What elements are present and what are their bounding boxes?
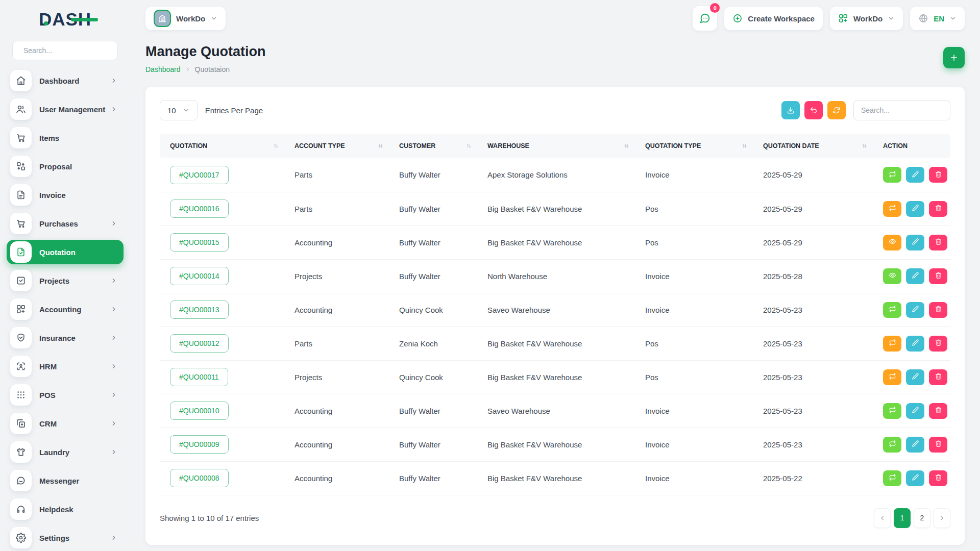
pagination-page-2[interactable]: 2 [914,508,930,528]
edit-action-button[interactable] [906,302,924,318]
column-header-account-type[interactable]: ACCOUNT TYPE [284,134,389,158]
sidebar-item-insurance[interactable]: Insurance [7,325,124,350]
convert-action-button[interactable] [883,201,901,217]
delete-action-button[interactable] [929,302,947,318]
warehouse-cell: Big Basket F&V Warehouse [477,327,635,360]
sidebar-item-projects[interactable]: Projects [7,268,124,293]
column-header-customer[interactable]: CUSTOMER [389,134,477,158]
delete-action-button[interactable] [929,201,947,217]
edit-action-button[interactable] [906,369,924,385]
pagination-next-button[interactable] [934,508,950,528]
entries-per-page-select[interactable]: 10 [160,100,198,120]
delete-action-button[interactable] [929,167,947,183]
app-switcher-button[interactable]: WorkDo [830,7,903,30]
column-header-quotation-type[interactable]: QUOTATION TYPE [635,134,753,158]
add-quotation-button[interactable] [943,47,965,68]
delete-action-button[interactable] [929,403,947,419]
create-workspace-button[interactable]: Create Workspace [724,7,823,30]
delete-action-button[interactable] [929,437,947,453]
quotation-number-pill[interactable]: #QUO00016 [170,199,229,218]
column-header-warehouse[interactable]: WAREHOUSE [477,134,635,158]
undo-button[interactable] [804,101,823,119]
sidebar-icon-tile [10,241,32,263]
convert-action-button[interactable] [883,167,901,183]
edit-action-button[interactable] [906,235,924,251]
convert-action-button[interactable] [883,336,901,352]
sort-icon[interactable] [861,143,868,149]
quotation-number-pill[interactable]: #QUO00013 [170,300,229,319]
quotation-number-pill[interactable]: #QUO00011 [170,368,228,386]
language-code: EN [934,14,944,23]
delete-action-button[interactable] [929,268,947,284]
export-button[interactable] [781,101,800,119]
sidebar-item-label: User Management [39,105,105,114]
edit-action-button[interactable] [906,268,924,284]
quotation-number-pill[interactable]: #QUO00010 [170,402,229,420]
sidebar-item-invoice[interactable]: Invoice [7,183,124,207]
workspace-selector[interactable]: WorkDo [145,7,226,30]
delete-action-button[interactable] [929,336,947,352]
topbar: WorkDo 0 Create Workspace WorkDo [145,0,965,31]
column-header-quotation[interactable]: QUOTATION [160,134,284,158]
quotation-number-pill[interactable]: #QUO00009 [170,435,229,454]
edit-action-button[interactable] [906,336,924,352]
sidebar-item-dashboard[interactable]: Dashboard [7,68,124,93]
quotation-number-pill[interactable]: #QUO00008 [170,469,229,487]
sort-icon[interactable] [377,143,384,149]
edit-action-button[interactable] [906,470,924,486]
sidebar-item-purchases[interactable]: Purchases [7,211,124,236]
convert-action-button[interactable] [883,403,901,419]
sidebar-item-proposal[interactable]: Proposal [7,154,124,179]
sidebar-search-input[interactable] [23,46,111,55]
quotation-table-card: 10 Entries Per Page [145,87,965,545]
sort-icon[interactable] [741,143,748,149]
sidebar-item-label: Proposal [39,162,72,171]
sidebar-item-items[interactable]: Items [7,126,124,150]
view-action-button[interactable] [883,268,901,284]
delete-action-button[interactable] [929,369,947,385]
quotation-number-pill[interactable]: #QUO00017 [170,166,229,184]
convert-action-button[interactable] [883,470,901,486]
sort-icon[interactable] [465,143,472,149]
language-selector[interactable]: EN [910,7,965,30]
convert-action-button[interactable] [883,437,901,453]
edit-action-button[interactable] [906,201,924,217]
edit-action-button[interactable] [906,167,924,183]
check-square-icon [16,276,26,286]
quotation-number-pill[interactable]: #QUO00012 [170,334,229,353]
warehouse-cell: Big Basket F&V Warehouse [477,192,635,226]
edit-action-button[interactable] [906,437,924,453]
table-search-input[interactable] [853,100,950,120]
table-row: #QUO00011 Projects Quincy Cook Big Baske… [160,360,950,394]
breadcrumb-dashboard-link[interactable]: Dashboard [145,65,181,73]
pencil-icon [912,406,919,415]
sidebar-item-settings[interactable]: Settings [7,525,124,550]
edit-action-button[interactable] [906,403,924,419]
sidebar-item-crm[interactable]: CRM [7,411,124,436]
sort-icon[interactable] [623,143,630,149]
account-type-cell: Parts [284,158,389,192]
quotation-number-pill[interactable]: #QUO00014 [170,267,229,285]
delete-action-button[interactable] [929,235,947,251]
sidebar-item-messenger[interactable]: Messenger [7,468,124,493]
repeat-icon [889,473,896,483]
delete-action-button[interactable] [929,470,947,486]
quotation-number-pill[interactable]: #QUO00015 [170,233,229,252]
convert-action-button[interactable] [883,369,901,385]
sort-icon[interactable] [273,143,279,149]
sidebar-item-quotation[interactable]: Quotation [7,240,124,264]
sidebar-item-accounting[interactable]: Accounting [7,297,124,321]
sidebar-item-helpdesk[interactable]: Helpdesk [7,497,124,521]
sidebar-item-hrm[interactable]: HRM [7,354,124,379]
pagination-page-1[interactable]: 1 [894,508,911,528]
sidebar-item-laundry[interactable]: Laundry [7,440,124,464]
sidebar-item-pos[interactable]: POS [7,383,124,407]
sidebar-search[interactable] [12,41,118,60]
sidebar-item-user-management[interactable]: User Management [7,97,124,121]
view-action-button[interactable] [883,235,901,251]
column-header-quotation-date[interactable]: QUOTATION DATE [753,134,873,158]
refresh-button[interactable] [827,101,846,119]
convert-action-button[interactable] [883,302,901,318]
messages-button[interactable]: 0 [693,6,717,31]
pagination-prev-button[interactable] [874,508,891,528]
